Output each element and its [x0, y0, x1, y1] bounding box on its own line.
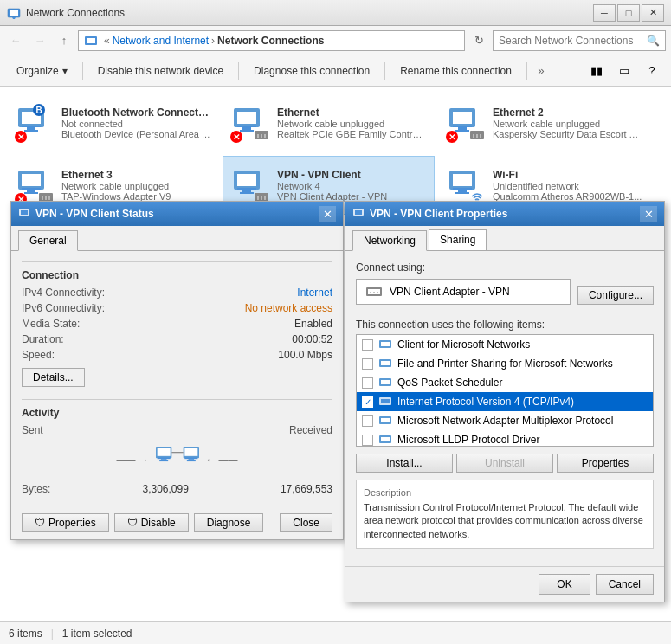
install-button[interactable]: Install... — [356, 454, 453, 473]
cb-qos[interactable] — [362, 377, 373, 389]
qos-label: QoS Packet Scheduler — [397, 377, 502, 389]
desc-text: Transmission Control Protocol/Internet P… — [364, 501, 646, 541]
svg-rect-56 — [157, 448, 170, 456]
search-input[interactable] — [499, 35, 647, 47]
details-btn-label: Details... — [33, 371, 74, 383]
qos-icon — [378, 376, 392, 390]
details-button[interactable]: Details... — [22, 368, 85, 387]
svg-rect-33 — [24, 192, 38, 194]
svg-rect-59 — [159, 460, 168, 461]
uninstall-button[interactable]: Uninstall — [456, 454, 553, 473]
bytes-sent: 3,306,099 — [142, 483, 188, 495]
preview-button[interactable]: ▭ — [612, 59, 636, 83]
speed-label: Speed: — [22, 349, 55, 361]
ipv6-label: IPv6 Connectivity: — [22, 302, 105, 314]
vpn-status-close-btn[interactable]: ✕ — [319, 206, 336, 222]
svg-rect-76 — [381, 361, 390, 365]
diagnose-button-status[interactable]: Diagnose — [194, 513, 264, 532]
view-options-button[interactable]: ▮▮ — [584, 59, 609, 83]
net-name-ethernet: Ethernet — [277, 106, 427, 119]
svg-rect-14 — [242, 127, 251, 130]
svg-rect-64 — [186, 460, 195, 461]
cancel-button[interactable]: Cancel — [596, 574, 654, 595]
cb-multiplex[interactable] — [362, 415, 373, 427]
net-name-bluetooth: Bluetooth Network Connection — [61, 106, 211, 119]
forward-button[interactable]: → — [29, 30, 50, 51]
vpn-status-icon — [18, 207, 30, 222]
printer-icon — [378, 357, 392, 370]
minimize-button[interactable]: ─ — [593, 4, 616, 22]
items-list[interactable]: Client for Microsoft Networks File and P… — [356, 334, 654, 447]
network-computers-icon — [156, 443, 199, 476]
net-info-vpn: VPN - VPN Client Network 4 VPN Client Ad… — [277, 169, 427, 202]
status-separator: | — [51, 628, 54, 640]
close-dialog-button[interactable]: Close — [280, 513, 332, 532]
svg-rect-8 — [24, 130, 38, 132]
svg-rect-23 — [458, 127, 467, 130]
vpn-status-dialog: VPN - VPN Client Status ✕ General Connec… — [10, 201, 344, 540]
svg-rect-48 — [453, 174, 472, 186]
arrow-line-right: —— — [219, 454, 238, 465]
svg-rect-42 — [240, 192, 254, 194]
received-label: Received — [289, 424, 332, 436]
list-item-lldp[interactable]: Microsoft LLDP Protocol Driver — [357, 430, 653, 447]
multiplex-label: Microsoft Network Adapter Multiplexor Pr… — [397, 415, 613, 427]
cb-lldp[interactable] — [362, 435, 373, 446]
properties-item-button[interactable]: Properties — [557, 454, 654, 473]
bytes-row: Bytes: 3,306,099 17,669,553 — [22, 483, 332, 495]
ok-button[interactable]: OK — [539, 574, 590, 595]
tab-general[interactable]: General — [18, 230, 78, 251]
more-button[interactable]: » — [532, 59, 550, 83]
tab-networking[interactable]: Networking — [352, 230, 427, 251]
net-item-ethernet[interactable]: ✕ Ethernet Network cable unplugged Realt… — [223, 93, 435, 152]
svg-rect-50 — [458, 190, 467, 192]
up-button[interactable]: ↑ — [54, 30, 74, 51]
list-item-printer[interactable]: File and Printer Sharing for Microsoft N… — [357, 354, 653, 373]
svg-rect-30 — [22, 174, 41, 186]
window-title: Network Connections — [26, 7, 593, 19]
net-item-bluetooth[interactable]: B ✕ Bluetooth Network Connection Not con… — [7, 93, 219, 152]
error-badge-ethernet2: ✕ — [446, 131, 458, 143]
rename-button[interactable]: Rename this connection — [390, 59, 521, 83]
list-item-client[interactable]: Client for Microsoft Networks — [357, 335, 653, 354]
disable-button[interactable]: Disable this network device — [88, 59, 233, 83]
net-icon-ethernet3: ✕ — [15, 165, 55, 205]
properties-button[interactable]: 🛡 Properties — [22, 513, 109, 532]
svg-rect-61 — [184, 448, 197, 456]
breadcrumb-network-internet[interactable]: Network and Internet — [113, 35, 209, 47]
svg-rect-78 — [381, 380, 390, 384]
cb-ipv4[interactable] — [362, 396, 373, 408]
svg-rect-24 — [455, 130, 469, 132]
refresh-button[interactable]: ↻ — [468, 30, 489, 51]
shield-icon-props: 🛡 — [35, 517, 45, 529]
vpn-props-close-btn[interactable]: ✕ — [640, 206, 657, 222]
activity-labels: Sent Received — [22, 424, 332, 436]
svg-rect-12 — [237, 112, 256, 124]
list-item-multiplex[interactable]: Microsoft Network Adapter Multiplexor Pr… — [357, 411, 653, 430]
configure-button[interactable]: Configure... — [577, 286, 654, 305]
cb-printer[interactable] — [362, 358, 373, 370]
ipv6-value: No network access — [245, 302, 332, 314]
printer-label: File and Printer Sharing for Microsoft N… — [397, 357, 613, 370]
net-info-bluetooth: Bluetooth Network Connection Not connect… — [61, 106, 211, 139]
list-item-ipv4[interactable]: Internet Protocol Version 4 (TCP/IPv4) — [357, 392, 653, 411]
properties-btn-label: Properties — [48, 517, 96, 529]
disable-button[interactable]: 🛡 Disable — [114, 513, 189, 532]
adapter-name: VPN Client Adapter - VPN — [390, 286, 510, 298]
error-badge-bluetooth: ✕ — [15, 131, 27, 143]
help-button[interactable]: ? — [640, 59, 664, 83]
close-button[interactable]: ✕ — [642, 4, 664, 22]
back-button[interactable]: ← — [5, 30, 26, 51]
diagnose-button[interactable]: Diagnose this connection — [244, 59, 379, 83]
items-label: This connection uses the following items… — [356, 319, 654, 331]
toolbar-separator-1 — [82, 62, 83, 80]
maximize-button[interactable]: □ — [617, 4, 640, 22]
tab-sharing[interactable]: Sharing — [429, 229, 487, 250]
cb-client[interactable] — [362, 339, 373, 351]
bytes-received: 17,669,553 — [281, 483, 332, 495]
organize-button[interactable]: Organize ▾ — [7, 59, 77, 83]
list-item-qos[interactable]: QoS Packet Scheduler — [357, 373, 653, 392]
net-item-ethernet2[interactable]: ✕ Ethernet 2 Network cable unplugged Kas… — [438, 93, 650, 152]
vpn-status-titlebar: VPN - VPN Client Status ✕ — [11, 202, 343, 226]
search-box[interactable]: 🔍 — [493, 30, 666, 51]
